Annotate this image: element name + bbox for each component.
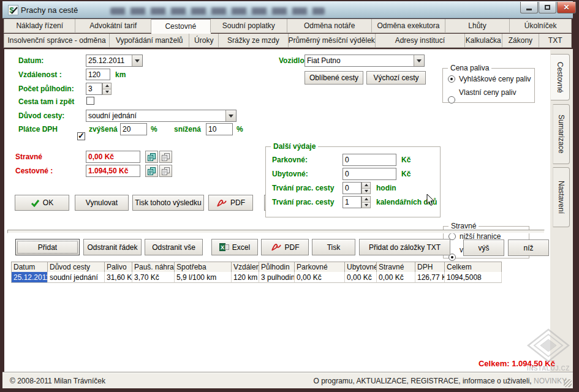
chevron-down-icon[interactable] (414, 55, 424, 66)
datum-value: 25.12.2011 (86, 55, 132, 66)
odstranit-radek-button[interactable]: Odstranit řádek (83, 239, 142, 255)
col-header-stravne: Stravné (377, 262, 415, 273)
tab-zakony[interactable]: Zákony (502, 34, 540, 47)
cestovne-copy-plain-button[interactable] (159, 165, 172, 177)
minimize-button[interactable] (520, 2, 538, 13)
about-links[interactable]: O programu, AKTUALIZACE, REGISTRACE, inf… (314, 377, 567, 385)
vys-button[interactable]: výš (463, 239, 504, 256)
table-cell-parkovne[interactable]: 0,00 Kč (295, 272, 345, 283)
table-cell-dph[interactable]: 126,77 Kč (415, 272, 445, 283)
niz-button[interactable]: níž (508, 239, 549, 256)
stravne-copy-plain-button[interactable] (159, 151, 172, 163)
cestovne-copy-button[interactable] (145, 165, 158, 177)
grand-total: Celkem: 1.094,50 Kč (306, 359, 555, 368)
trvani-dnu-label: Trvání prac. cesty (272, 198, 334, 206)
table-cell-datum[interactable]: 25.12.2011 (11, 272, 48, 283)
pulhodin-stepper[interactable] (102, 83, 112, 95)
dph-snizena-input[interactable]: 10 (206, 123, 233, 135)
title-watermark-blur (110, 7, 325, 15)
table-cell-celkem[interactable]: 1094,5008 (445, 272, 502, 283)
tab-odmena-notare[interactable]: Odměna notáře (287, 19, 372, 32)
ubytovne-label: Ubytovné: (272, 170, 308, 178)
duvod-combobox[interactable]: soudní jednání (86, 110, 237, 122)
chevron-down-icon[interactable] (132, 55, 142, 66)
table-cell-paus[interactable]: 3,70 Kč (132, 272, 175, 283)
chevron-down-icon[interactable] (225, 110, 236, 121)
tab-txt[interactable]: TXT (539, 34, 572, 47)
tab-prumerny-vydelek[interactable]: Průměrný měsíční výdělek (289, 34, 376, 47)
tab-adresy-instituci[interactable]: Adresy institucí (376, 34, 465, 47)
table-cell-spotreba[interactable]: 5,9 l/100 km (175, 272, 232, 283)
ok-button[interactable]: OK (15, 195, 69, 211)
copy-gray-icon (161, 153, 170, 161)
cestovne-result[interactable]: 1.094,50 Kč (86, 165, 140, 177)
table-cell-vzdalenost[interactable]: 120 km (232, 272, 259, 283)
vychozi-cesty-button[interactable]: Výchozí cesty (366, 71, 426, 85)
vozidlo-label: Vozidlo: (279, 56, 307, 65)
table-cell-duvod[interactable]: soudní jednání (48, 272, 105, 283)
vzdalenost-input[interactable]: 120 (86, 69, 110, 80)
tab-odmena-exekutora[interactable]: Odměna exekutora (372, 19, 445, 32)
table-cell-ubytovne[interactable]: 0,00 Kč (345, 272, 377, 283)
tab-advokatni-tarif[interactable]: Advokátní tarif (75, 19, 151, 32)
tab-lhuty[interactable]: Lhůty (445, 19, 510, 32)
trvani-hodin-input[interactable]: 0 (342, 182, 361, 194)
about-links-main[interactable]: O programu, AKTUALIZACE, REGISTRACE, inf… (314, 377, 532, 385)
excel-icon: X (219, 243, 229, 252)
parkovne-input[interactable]: 0 (342, 154, 396, 166)
tab-uroky[interactable]: Úroky (189, 34, 219, 47)
tab-ukolnicek[interactable]: Úkolníček (510, 19, 572, 32)
titlebar[interactable]: $ Prachy na cestě ✕ (2, 1, 573, 18)
pdf-button[interactable]: PDF (208, 195, 253, 211)
vozidlo-combobox[interactable]: Fiat Putno (305, 55, 425, 67)
vzdalenost-unit: km (115, 70, 126, 79)
table-cell-palivo[interactable]: 31,60 Kč (105, 272, 132, 283)
tab-naklady-rizeni[interactable]: Náklady řízení (4, 19, 75, 32)
pdf-export-button[interactable]: PDF (261, 239, 309, 255)
stravne-result[interactable]: 0,00 Kč (86, 151, 140, 163)
vlastni-ceny-radio[interactable] (448, 96, 455, 104)
odstranit-vse-button[interactable]: Odstranit vše (145, 239, 203, 255)
tisk-vysledku-button[interactable]: Tisk tohoto výsledku (132, 195, 204, 211)
close-icon: ✕ (563, 3, 569, 12)
vyhlaskove-ceny-radio[interactable] (448, 75, 455, 83)
stepper-up-icon[interactable] (103, 83, 111, 89)
datum-combobox[interactable]: 25.12.2011 (86, 55, 143, 67)
table-cell-pulhodin[interactable]: 3 pulhodin (259, 272, 295, 283)
stepper-up-icon[interactable] (362, 183, 370, 188)
trvani-dnu-stepper[interactable] (361, 196, 371, 208)
stepper-down-icon[interactable] (362, 202, 370, 208)
side-tab-nastaveni[interactable]: Nastavení (553, 167, 570, 227)
excel-button[interactable]: X Excel (211, 239, 258, 255)
tisk-button[interactable]: Tisk (312, 239, 355, 255)
cesta-checkbox[interactable] (86, 97, 94, 105)
tab-soudni-poplatky[interactable]: Soudní poplatky (211, 19, 287, 32)
stepper-down-icon[interactable] (103, 89, 111, 95)
side-tab-cestovne[interactable]: Cestovné (551, 54, 570, 100)
pridat-button[interactable]: Přidat (15, 239, 80, 255)
trvani-hodin-stepper[interactable] (361, 182, 371, 194)
table-cell-stravne[interactable]: 0,00 Kč (377, 272, 415, 283)
tab-srazky-ze-mzdy[interactable]: Srážky ze mzdy (219, 34, 288, 47)
pulhodin-input[interactable]: 3 (86, 83, 102, 95)
side-tab-sumarizace[interactable]: Sumarizace (553, 104, 570, 164)
about-links-novinky[interactable]: NOVINKY (534, 377, 567, 385)
stravne-copy-button[interactable] (145, 151, 158, 163)
maximize-button[interactable] (539, 2, 556, 13)
dph-zvysena-input[interactable]: 20 (120, 123, 147, 135)
resize-grip[interactable] (564, 379, 572, 387)
tab-vyporadani-manzelu[interactable]: Vypořádání manželů (110, 34, 189, 47)
pridat-do-zalozky-txt-button[interactable]: Přidat do záložky TXT (359, 239, 450, 255)
tab-insolvencni-spravce[interactable]: Insolvenční správce - odměna (4, 34, 110, 47)
stepper-up-icon[interactable] (362, 197, 370, 202)
close-button[interactable]: ✕ (557, 2, 576, 13)
stepper-down-icon[interactable] (362, 188, 370, 194)
oblibene-cesty-button[interactable]: Oblíbené cesty (305, 71, 363, 85)
vynulovat-button[interactable]: Vynulovat (75, 195, 129, 211)
trvani-dnu-input[interactable]: 1 (342, 196, 361, 208)
tab-kalkulacka[interactable]: Kalkulačka (465, 34, 502, 47)
dph-checkbox[interactable] (77, 132, 85, 140)
parkovne-unit: Kč (401, 156, 411, 164)
tab-cestovne[interactable]: Cestovné (151, 19, 211, 32)
ubytovne-input[interactable]: 0 (342, 168, 396, 180)
